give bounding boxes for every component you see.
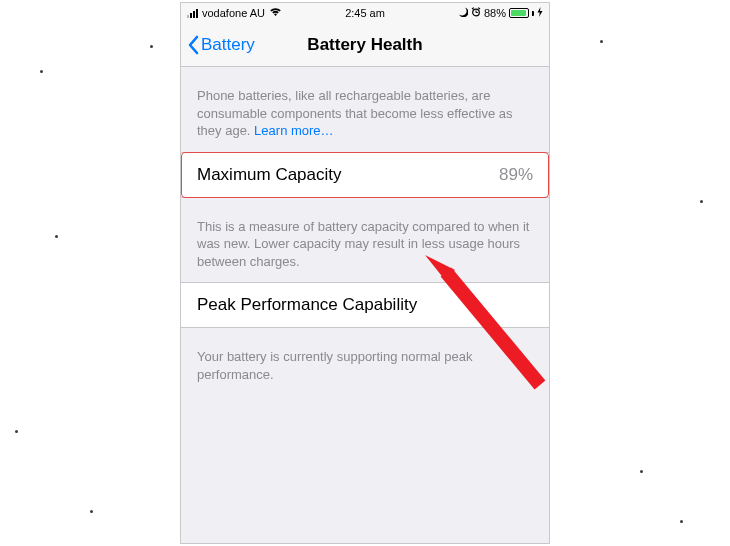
peak-performance-label: Peak Performance Capability xyxy=(197,295,417,315)
speckle xyxy=(150,45,153,48)
peak-performance-row[interactable]: Peak Performance Capability xyxy=(181,282,549,328)
status-time: 2:45 am xyxy=(181,7,549,19)
maximum-capacity-row[interactable]: Maximum Capacity 89% xyxy=(181,152,549,198)
page-title: Battery Health xyxy=(181,35,549,55)
capacity-description: This is a measure of battery capacity co… xyxy=(181,198,549,283)
scroll-area[interactable]: Phone batteries, like all rechargeable b… xyxy=(181,67,549,543)
speckle xyxy=(640,470,643,473)
speckle xyxy=(15,430,18,433)
maximum-capacity-value: 89% xyxy=(499,165,533,185)
speckle xyxy=(55,235,58,238)
speckle xyxy=(90,510,93,513)
status-bar: vodafone AU 2:45 am 88% xyxy=(181,3,549,23)
iphone-settings-screen: vodafone AU 2:45 am 88% B xyxy=(180,2,550,544)
speckle xyxy=(680,520,683,523)
peak-performance-description: Your battery is currently supporting nor… xyxy=(181,328,549,395)
nav-bar: Battery Battery Health xyxy=(181,23,549,67)
intro-description: Phone batteries, like all rechargeable b… xyxy=(181,67,549,152)
battery-icon xyxy=(509,8,529,18)
speckle xyxy=(600,40,603,43)
learn-more-link[interactable]: Learn more… xyxy=(254,123,333,138)
speckle xyxy=(40,70,43,73)
maximum-capacity-label: Maximum Capacity xyxy=(197,165,342,185)
intro-text: Phone batteries, like all rechargeable b… xyxy=(197,88,513,138)
speckle xyxy=(700,200,703,203)
